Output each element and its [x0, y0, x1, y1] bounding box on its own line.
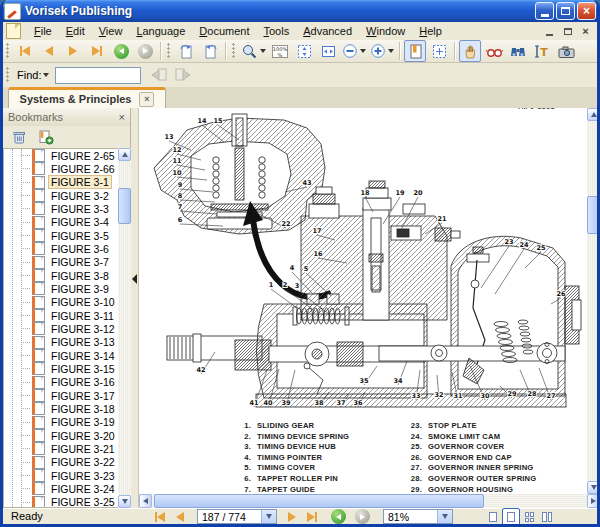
- next-page-button[interactable]: [62, 40, 84, 62]
- find-next-button[interactable]: [172, 64, 194, 86]
- bookmark-label[interactable]: FIGURE 3-23: [48, 469, 118, 483]
- menu-edit[interactable]: Edit: [59, 23, 92, 39]
- bookmark-label[interactable]: FIGURE 3-3: [48, 202, 112, 216]
- bookmark-label[interactable]: FIGURE 3-16: [48, 375, 118, 389]
- bookmark-item[interactable]: FIGURE 3-20: [4, 429, 118, 442]
- bookmark-item[interactable]: FIGURE 2-66: [4, 162, 118, 175]
- bookmark-item[interactable]: FIGURE 3-9: [4, 282, 118, 295]
- bookmark-item[interactable]: FIGURE 3-23: [4, 469, 118, 482]
- text-select-tool-button[interactable]: T: [531, 40, 553, 62]
- bookmark-item[interactable]: FIGURE 3-22: [4, 456, 118, 469]
- menu-language[interactable]: Language: [129, 23, 192, 39]
- toolbar-grip[interactable]: [232, 43, 236, 59]
- find-input[interactable]: [55, 67, 141, 84]
- bookmark-item[interactable]: FIGURE 3-12: [4, 322, 118, 335]
- menu-tools[interactable]: Tools: [256, 23, 296, 39]
- status-back-button[interactable]: [329, 509, 347, 524]
- delete-bookmark-button[interactable]: [11, 129, 27, 145]
- collapse-panel-icon[interactable]: [132, 274, 137, 284]
- combo-dropdown-button[interactable]: [437, 510, 452, 523]
- continuous-layout-button[interactable]: [502, 508, 520, 526]
- menu-help[interactable]: Help: [412, 23, 449, 39]
- scroll-left-button[interactable]: [139, 494, 152, 508]
- bookmark-label[interactable]: FIGURE 3-13: [48, 335, 118, 349]
- menu-document[interactable]: Document: [192, 23, 256, 39]
- bookmark-label[interactable]: FIGURE 3-18: [48, 402, 118, 416]
- facing-layout-button[interactable]: [520, 508, 538, 526]
- bookmark-label[interactable]: FIGURE 3-7: [48, 255, 112, 269]
- scroll-down-button[interactable]: [587, 481, 600, 494]
- zoom-tool-button[interactable]: [240, 40, 267, 62]
- first-page-button[interactable]: [14, 40, 36, 62]
- bookmark-item[interactable]: FIGURE 3-5: [4, 229, 118, 242]
- bookmark-item[interactable]: FIGURE 3-1: [4, 176, 118, 189]
- mdi-restore-button[interactable]: [560, 25, 575, 38]
- bookmark-label[interactable]: FIGURE 3-15: [48, 362, 118, 376]
- single-page-layout-button[interactable]: [484, 508, 502, 526]
- menu-window[interactable]: Window: [359, 23, 412, 39]
- maximize-button[interactable]: [556, 2, 575, 20]
- bookmark-item[interactable]: FIGURE 3-16: [4, 376, 118, 389]
- bookmark-item[interactable]: FIGURE 3-25: [4, 496, 118, 508]
- bookmark-item[interactable]: FIGURE 3-21: [4, 442, 118, 455]
- bookmark-label[interactable]: FIGURE 3-19: [48, 415, 118, 429]
- bookmarks-scrollbar[interactable]: [118, 148, 131, 508]
- zoom-in-button[interactable]: [369, 40, 395, 62]
- bookmark-label[interactable]: FIGURE 3-24: [48, 482, 118, 496]
- bookmark-item[interactable]: FIGURE 3-2: [4, 189, 118, 202]
- snapshot-tool-button[interactable]: [555, 40, 577, 62]
- bookmark-label[interactable]: FIGURE 3-4: [48, 215, 112, 229]
- scroll-down-button[interactable]: [118, 495, 131, 508]
- scrollbar-thumb[interactable]: [587, 196, 600, 234]
- previous-page-button[interactable]: [38, 40, 60, 62]
- bookmark-label[interactable]: FIGURE 3-22: [48, 455, 118, 469]
- scroll-right-button[interactable]: [587, 494, 600, 508]
- fit-visible-button[interactable]: [428, 40, 450, 62]
- menu-view[interactable]: View: [92, 23, 130, 39]
- bookmark-label[interactable]: FIGURE 3-5: [48, 229, 112, 243]
- bookmark-label[interactable]: FIGURE 3-9: [48, 282, 112, 296]
- toolbar-grip[interactable]: [6, 43, 10, 59]
- bookmark-label[interactable]: FIGURE 3-8: [48, 269, 112, 283]
- zoom-out-button[interactable]: [341, 40, 367, 62]
- tab-systems-principles[interactable]: Systems & Principles ×: [8, 87, 166, 108]
- menu-file[interactable]: File: [27, 23, 59, 39]
- minimize-button[interactable]: [535, 2, 554, 20]
- find-options-caret-icon[interactable]: [43, 73, 49, 77]
- status-next-page-button[interactable]: [283, 509, 301, 524]
- find-previous-button[interactable]: [148, 64, 170, 86]
- bookmark-label[interactable]: FIGURE 3-1: [48, 175, 112, 189]
- bookmark-label[interactable]: FIGURE 3-21: [48, 442, 118, 456]
- bookmarks-close-button[interactable]: ×: [119, 111, 125, 123]
- read-mode-button[interactable]: [483, 40, 505, 62]
- bookmark-label[interactable]: FIGURE 3-11: [48, 309, 117, 323]
- title-bar[interactable]: Vorisek Publishing ×: [0, 0, 600, 22]
- status-previous-page-button[interactable]: [171, 509, 189, 524]
- bookmark-label[interactable]: FIGURE 2-65: [48, 149, 118, 163]
- bookmark-label[interactable]: FIGURE 3-20: [48, 429, 118, 443]
- rotate-right-button[interactable]: [199, 40, 221, 62]
- status-last-page-button[interactable]: [303, 509, 321, 524]
- actual-size-button[interactable]: 100%%: [269, 40, 291, 62]
- bookmark-item[interactable]: FIGURE 3-18: [4, 402, 118, 415]
- page-number-combobox[interactable]: 187 / 774: [197, 509, 277, 524]
- page-horizontal-scrollbar[interactable]: [139, 494, 600, 508]
- bookmark-item[interactable]: FIGURE 3-24: [4, 482, 118, 495]
- hand-tool-button[interactable]: [459, 40, 481, 62]
- page-vertical-scrollbar[interactable]: [587, 108, 600, 494]
- bookmark-label[interactable]: FIGURE 3-12: [48, 322, 118, 336]
- bookmark-label[interactable]: FIGURE 3-14: [48, 349, 118, 363]
- search-button[interactable]: [507, 40, 529, 62]
- bookmarks-panel-toggle-button[interactable]: [404, 40, 426, 62]
- status-first-page-button[interactable]: [151, 509, 169, 524]
- bookmark-item[interactable]: FIGURE 3-17: [4, 389, 118, 402]
- mdi-close-button[interactable]: ×: [578, 25, 593, 38]
- bookmark-item[interactable]: FIGURE 3-14: [4, 349, 118, 362]
- page-canvas[interactable]: TM 9-8661: [139, 108, 587, 494]
- two-up-layout-button[interactable]: [538, 508, 556, 526]
- fit-width-button[interactable]: [317, 40, 339, 62]
- rotate-left-button[interactable]: [175, 40, 197, 62]
- panel-splitter[interactable]: [131, 108, 139, 508]
- bookmark-label[interactable]: FIGURE 3-25: [48, 495, 118, 508]
- bookmark-item[interactable]: FIGURE 3-13: [4, 336, 118, 349]
